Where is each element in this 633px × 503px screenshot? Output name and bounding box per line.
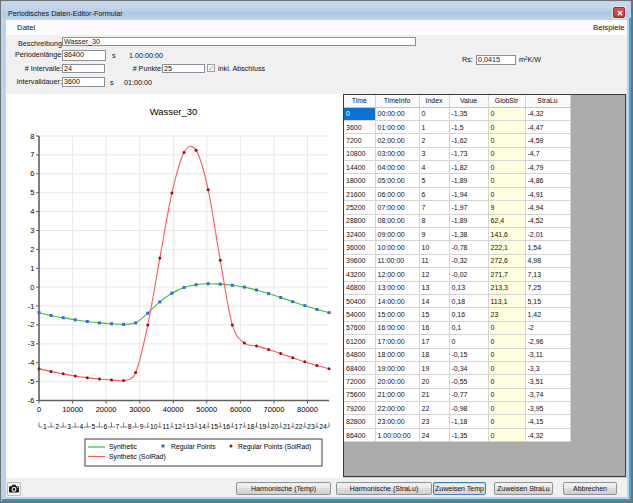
svg-text:30000: 30000 xyxy=(129,405,150,414)
svg-text:2: 2 xyxy=(55,423,59,430)
svg-text:7: 7 xyxy=(30,150,34,159)
svg-text:5: 5 xyxy=(30,188,34,197)
svg-text:3: 3 xyxy=(67,423,71,430)
svg-text:10000: 10000 xyxy=(62,405,83,414)
svg-text:-5: -5 xyxy=(28,377,35,386)
svg-text:3: 3 xyxy=(30,226,34,235)
svg-text:24: 24 xyxy=(319,423,327,430)
svg-text:Regular Points (SolRad): Regular Points (SolRad) xyxy=(238,443,311,451)
svg-text:14: 14 xyxy=(198,423,206,430)
svg-text:Synthetic: Synthetic xyxy=(109,443,138,451)
svg-text:8: 8 xyxy=(128,423,132,430)
svg-text:80000: 80000 xyxy=(297,405,318,414)
svg-text:23: 23 xyxy=(307,423,315,430)
svg-text:6: 6 xyxy=(30,169,34,178)
svg-text:-1: -1 xyxy=(28,302,35,311)
svg-text:0: 0 xyxy=(30,283,34,292)
svg-text:Regular Points: Regular Points xyxy=(171,443,216,451)
svg-text:10: 10 xyxy=(150,423,158,430)
svg-text:0: 0 xyxy=(37,405,41,414)
svg-text:8: 8 xyxy=(30,132,34,141)
svg-text:4: 4 xyxy=(30,207,34,216)
svg-text:18: 18 xyxy=(247,423,255,430)
svg-text:40000: 40000 xyxy=(163,405,184,414)
svg-text:20000: 20000 xyxy=(96,405,117,414)
svg-text:9: 9 xyxy=(140,423,144,430)
svg-text:-3: -3 xyxy=(28,339,35,348)
svg-text:22: 22 xyxy=(295,423,303,430)
svg-text:2: 2 xyxy=(30,245,34,254)
svg-text:16: 16 xyxy=(223,423,231,430)
svg-text:20: 20 xyxy=(271,423,279,430)
svg-text:4: 4 xyxy=(79,423,83,430)
svg-text:-4: -4 xyxy=(28,358,35,367)
svg-text:17: 17 xyxy=(235,423,243,430)
svg-text:Wasser_30: Wasser_30 xyxy=(150,106,198,117)
svg-text:70000: 70000 xyxy=(264,405,285,414)
svg-text:21: 21 xyxy=(283,423,291,430)
svg-text:1: 1 xyxy=(30,264,34,273)
svg-text:-6: -6 xyxy=(28,396,35,405)
svg-text:19: 19 xyxy=(259,423,267,430)
svg-text:Synthetic (SolRad): Synthetic (SolRad) xyxy=(109,453,166,461)
svg-text:50000: 50000 xyxy=(196,405,217,414)
svg-text:12: 12 xyxy=(174,423,182,430)
svg-text:6: 6 xyxy=(104,423,108,430)
svg-text:11: 11 xyxy=(162,423,169,430)
svg-text:60000: 60000 xyxy=(230,405,251,414)
svg-text:5: 5 xyxy=(92,423,96,430)
svg-text:15: 15 xyxy=(210,423,218,430)
svg-text:13: 13 xyxy=(186,423,194,430)
svg-text:7: 7 xyxy=(116,423,120,430)
svg-text:-2: -2 xyxy=(28,320,35,329)
svg-text:1: 1 xyxy=(43,423,47,430)
